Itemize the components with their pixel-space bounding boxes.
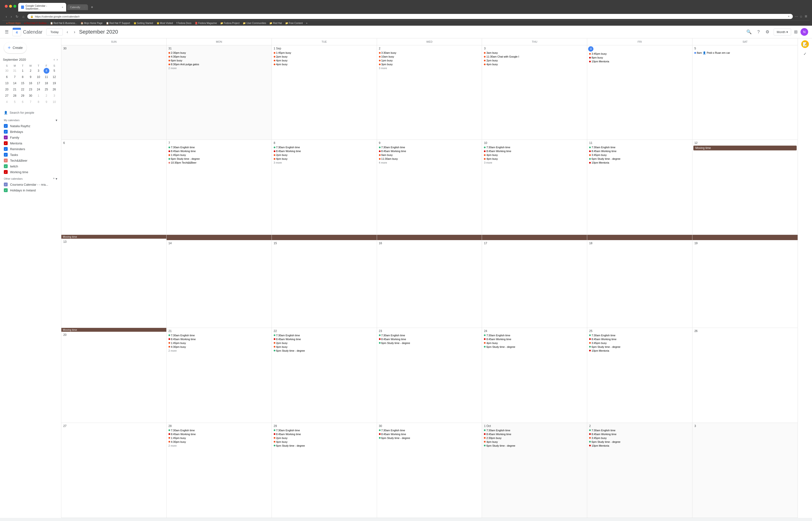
moving-time-event[interactable]: Moving time <box>693 145 797 151</box>
active-tab[interactable]: Google Calendar - September... × <box>18 3 66 12</box>
calendar-item-coursera[interactable]: ✓ Coursera Calendar - - nra... <box>0 182 61 187</box>
calendar-checkbox-coursera[interactable]: ✓ <box>4 183 8 186</box>
add-other-calendar-icon[interactable]: + <box>53 177 55 181</box>
today-button[interactable]: Today <box>46 28 63 36</box>
hamburger-menu[interactable]: ☰ <box>4 28 9 36</box>
other-calendars-collapse[interactable]: ▾ <box>55 177 57 181</box>
back-btn[interactable]: ‹ <box>5 14 8 19</box>
event[interactable]: 11:30am busy <box>378 157 481 160</box>
event[interactable]: 7:30am English time <box>273 145 376 149</box>
address-bar[interactable]: 🔒 https://calendar.google.com/calendar/r… <box>27 14 793 19</box>
mini-day[interactable]: 10 <box>51 99 57 105</box>
cal-cell-sep10[interactable]: 10 7:30am English time 8:45am Working ti… <box>482 140 587 235</box>
event[interactable]: 11:30am Chat with Google I <box>483 55 586 58</box>
apps-icon[interactable]: ⊞ <box>794 29 797 35</box>
event[interactable]: 3:45pm busy <box>588 52 691 55</box>
minimize-window-btn[interactable] <box>9 5 12 8</box>
mini-day-today[interactable]: 4 <box>44 68 49 74</box>
create-button[interactable]: + Create <box>4 42 27 53</box>
bookmark-mojo[interactable]: 🏠 Mojo Home Page <box>79 21 104 25</box>
calendar-checkbox-family[interactable]: ✓ <box>4 136 8 139</box>
cal-cell-oct1[interactable]: 1 Oct 7:30am English time 8:45am Working… <box>482 423 587 518</box>
cal-cell-sep28[interactable]: 28 7:30am English time 8:45am Working ti… <box>167 423 272 518</box>
event[interactable]: 6pm Study time - degree <box>378 341 481 345</box>
mini-day[interactable]: 14 <box>12 81 18 86</box>
close-window-btn[interactable] <box>5 5 8 8</box>
event[interactable]: 6pm Study time - degree <box>378 436 481 440</box>
more-events-link[interactable]: 2 more <box>168 349 270 353</box>
cal-cell-sep18[interactable]: 18 <box>587 235 692 328</box>
event[interactable]: 10:30pm Tech&&Beer <box>168 161 270 164</box>
cal-cell-sep20[interactable]: Moving time 20 <box>61 328 167 423</box>
event[interactable]: 6pm Study time - degree <box>588 440 691 444</box>
event[interactable]: 8:45am Working time <box>378 432 481 436</box>
calendar-checkbox-reminders[interactable]: ✓ <box>4 147 8 151</box>
event[interactable]: 7:30am English time <box>588 429 691 432</box>
cal-cell-sep8[interactable]: 8 7:30am English time 8:45am Working tim… <box>272 140 377 235</box>
bookmark-fedora-docs[interactable]: f Fedora Docs <box>175 21 193 25</box>
more-events-link[interactable]: 4 more <box>378 161 481 164</box>
event[interactable]: 4pm busy <box>273 59 376 62</box>
cal-cell-sep30[interactable]: 30 7:30am English time 8:45am Working ti… <box>377 423 482 518</box>
cal-cell-sep1[interactable]: 1 Sep 1:45pm busy 2pm busy 4pm busy 4pm … <box>272 45 377 140</box>
calendar-checkbox-tech[interactable]: ✓ <box>4 159 8 162</box>
mini-day[interactable]: 6 <box>20 99 26 105</box>
event[interactable]: 1:45pm busy <box>273 51 376 54</box>
cal-cell-sep7[interactable]: 7 7:30am English time 8:45am Working tim… <box>167 140 272 235</box>
event[interactable]: 2pm busy <box>273 436 376 440</box>
calendar-checkbox-holidays[interactable]: ✓ <box>4 188 8 192</box>
mini-day[interactable]: 9 <box>28 74 33 80</box>
mini-day[interactable]: 12 <box>51 74 57 80</box>
calendar-checkbox-working-time[interactable]: ✓ <box>4 170 8 174</box>
event[interactable]: 6pm Study time - degree <box>168 157 270 160</box>
mini-day[interactable]: 20 <box>4 87 10 92</box>
maximize-window-btn[interactable] <box>14 5 16 8</box>
inactive-tab[interactable]: Calendly × <box>67 4 88 10</box>
cal-cell-sep6[interactable]: 6 <box>61 140 167 235</box>
bookmark-fedora-mag[interactable]: 📕 Fedora Magazine <box>193 21 218 25</box>
right-panel-icon1[interactable]: 📝 <box>801 40 809 48</box>
bookmark-redhat-toolbox[interactable]: ● Red Hat IT Toolbox <box>23 21 48 25</box>
search-icon[interactable]: 🔍 <box>745 28 753 36</box>
mini-day[interactable]: 16 <box>28 81 33 86</box>
event[interactable]: 4:30pm busy <box>168 345 270 348</box>
forward-btn[interactable]: › <box>10 14 13 19</box>
event[interactable]: 8:45am Working time <box>588 432 691 436</box>
calendar-checkbox-natalia[interactable]: ✓ <box>4 124 8 128</box>
tab-close-btn-2[interactable]: × <box>83 6 85 9</box>
event[interactable]: 6pm Study time - degree <box>588 345 691 348</box>
more-events-link[interactable]: 2 more <box>168 66 270 70</box>
event[interactable]: 2:30pm busy <box>483 436 586 440</box>
cal-cell-sep9[interactable]: 9 7:30am English time 8:45am Working tim… <box>377 140 482 235</box>
calendar-checkbox-birthdays[interactable]: ✓ <box>4 130 8 134</box>
event[interactable]: 8pm busy <box>588 56 691 59</box>
mini-day[interactable]: 13 <box>4 81 10 86</box>
menu-btn[interactable]: ≡ <box>805 14 807 19</box>
event[interactable]: 2:30pm busy <box>168 51 270 54</box>
mini-day[interactable]: 25 <box>44 87 49 92</box>
event[interactable]: 7:30am English time <box>168 334 270 337</box>
event[interactable]: 2pm busy <box>483 59 586 62</box>
cal-cell-sep17[interactable]: 17 <box>482 235 587 328</box>
event[interactable]: 4:30pm busy <box>168 55 270 58</box>
event[interactable]: 4pm busy <box>483 153 586 157</box>
event[interactable]: 2pm busy <box>273 341 376 345</box>
bookmark-free-content[interactable]: 📁 Free Content <box>284 21 304 25</box>
event[interactable]: 8:45am Working time <box>273 150 376 153</box>
event[interactable]: 6pm busy <box>168 59 270 62</box>
event[interactable]: 3am busy <box>483 51 586 54</box>
mini-day[interactable]: 31 <box>12 68 18 74</box>
mini-day[interactable]: 19 <box>51 81 57 86</box>
cal-cell-sep12[interactable]: 12 Moving time <box>692 140 797 235</box>
event[interactable]: 8:45am Working time <box>588 338 691 341</box>
mini-day[interactable]: 15 <box>20 81 26 86</box>
bookmark-user-communities[interactable]: 📁 User Communities <box>241 21 267 25</box>
event[interactable]: 4pm busy <box>483 341 586 345</box>
cal-cell-sep27[interactable]: 27 <box>61 423 167 518</box>
event[interactable]: 7:30am English time <box>588 145 691 149</box>
cal-cell-sep25[interactable]: 25 7:30am English time 8:45am Working ti… <box>587 328 692 423</box>
event[interactable]: 7:30am English time <box>483 145 586 149</box>
event[interactable]: 6pm Study time - degree <box>483 444 586 447</box>
bookmark-redhat-ebiz[interactable]: 📋 Red Hat E-Business... <box>49 21 79 25</box>
event[interactable]: 8:45am Working time <box>168 150 270 153</box>
